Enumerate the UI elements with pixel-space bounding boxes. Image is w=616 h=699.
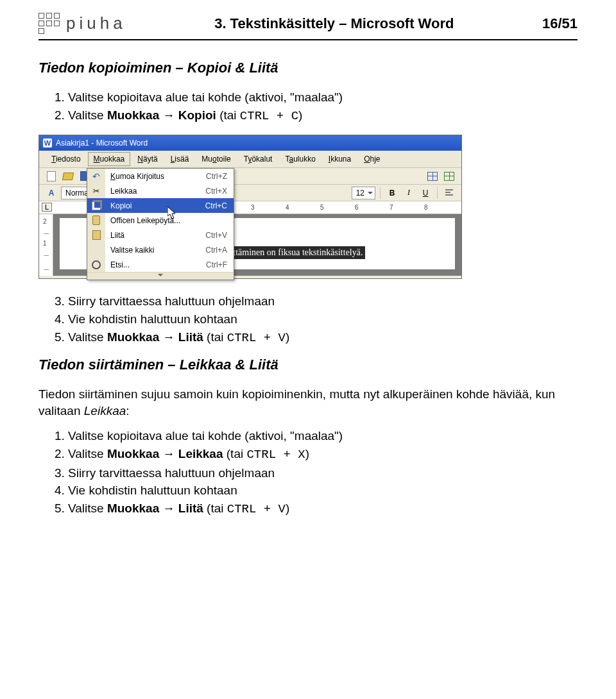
excel-icon[interactable]: [442, 170, 456, 183]
section-title-cut: Tiedon siirtäminen – Leikkaa & Liitä: [38, 357, 578, 373]
steps-copy-continued: Siirry tarvittaessa haluttuun ohjelmaan …: [54, 293, 578, 346]
menu-tiedosto[interactable]: Tiedosto: [46, 152, 87, 166]
list-item: Vie kohdistin haluttuun kohtaan: [68, 311, 578, 328]
align-left-icon[interactable]: [442, 187, 456, 199]
dd-paste[interactable]: LiitäCtrl+V: [87, 228, 234, 242]
list-item: Valitse kopioitava alue tai kohde (aktiv…: [68, 428, 578, 444]
word-screenshot: W Asiakirja1 - Microsoft Word Tiedosto M…: [38, 135, 462, 279]
menubar: Tiedosto Muokkaa Näytä Lisää Muotoile Ty…: [39, 151, 461, 168]
menu-muotoile[interactable]: Muotoile: [196, 152, 236, 166]
menu-lisaa[interactable]: Lisää: [165, 152, 195, 166]
list-item: Siirry tarvittaessa haluttuun ohjelmaan: [68, 293, 578, 310]
table-icon[interactable]: [425, 170, 440, 183]
app-title: Asiakirja1 - Microsoft Word: [56, 139, 148, 147]
list-item: Valitse Muokkaa → Liitä (tai CTRL + V): [68, 329, 578, 347]
menu-muokkaa-dropdown: Kumoa KirjoitusCtrl+Z LeikkaaCtrl+X Kopi…: [87, 168, 234, 280]
section-title-copy: Tiedon kopioiminen – Kopioi & Liitä: [38, 60, 578, 76]
fontsize-combo[interactable]: 12: [352, 187, 375, 199]
italic-button[interactable]: I: [402, 187, 416, 199]
page-number: 16/51: [542, 15, 578, 32]
list-item: Valitse kopioitava alue tai kohde (aktiv…: [68, 89, 578, 106]
menu-nayta[interactable]: Näytä: [132, 152, 163, 166]
open-icon[interactable]: [61, 170, 75, 183]
new-icon[interactable]: [44, 170, 58, 183]
bold-button[interactable]: B: [385, 187, 399, 199]
list-item: Vie kohdistin haluttuun kohtaan: [68, 482, 578, 499]
steps-cut: Valitse kopioitava alue tai kohde (aktiv…: [54, 428, 578, 518]
list-item: Valitse Muokkaa → Liitä (tai CTRL + V): [68, 500, 578, 518]
word-icon: W: [43, 139, 52, 147]
list-item: Valitse Muokkaa → Kopioi (tai CTRL + C): [68, 107, 578, 125]
vertical-ruler: 2 1: [39, 214, 53, 276]
dd-select-all[interactable]: Valitse kaikkiCtrl+A: [87, 242, 234, 257]
dd-expand[interactable]: [87, 272, 234, 280]
dd-undo[interactable]: Kumoa KirjoitusCtrl+Z: [87, 169, 234, 183]
divider: [38, 39, 578, 40]
list-item: Siirry tarvittaessa haluttuun ohjelmaan: [68, 465, 578, 482]
steps-copy: Valitse kopioitava alue tai kohde (aktiv…: [54, 89, 578, 124]
page-header: piuha 3. Tekstinkäsittely – Microsoft Wo…: [38, 13, 578, 34]
brand-name: piuha: [66, 13, 126, 33]
menu-ikkuna[interactable]: Ikkuna: [323, 152, 357, 166]
app-titlebar: W Asiakirja1 - Microsoft Word: [39, 135, 461, 151]
dd-cut[interactable]: LeikkaaCtrl+X: [87, 183, 234, 198]
menu-tyokalut[interactable]: Työkalut: [238, 152, 278, 166]
styles-pane-icon[interactable]: A: [44, 187, 58, 199]
dd-copy[interactable]: KopioiCtrl+C: [87, 198, 234, 213]
list-item: Valitse Muokkaa → Leikkaa (tai CTRL + X): [68, 446, 578, 464]
dd-office-clipboard[interactable]: Officen Leikepöytä...: [87, 213, 234, 228]
intro-paragraph: Tiedon siirtäminen sujuu samoin kuin kop…: [38, 386, 578, 419]
menu-muokkaa[interactable]: Muokkaa: [88, 152, 131, 166]
menu-ohje[interactable]: Ohje: [358, 152, 386, 166]
menu-taulukko[interactable]: Taulukko: [279, 152, 321, 166]
logo-icon: [38, 13, 60, 34]
document-title: 3. Tekstinkäsittely – Microsoft Word: [214, 15, 454, 32]
dd-find[interactable]: Etsi...Ctrl+F: [87, 257, 234, 272]
tab-type-icon[interactable]: L: [42, 203, 52, 212]
underline-button[interactable]: U: [418, 187, 432, 199]
